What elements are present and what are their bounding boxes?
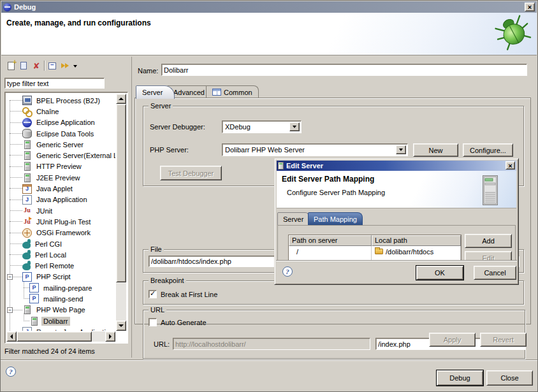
tree-item-cha-ne[interactable]: Chaîne [6,106,115,117]
new-page-icon [8,62,15,70]
scroll-left-arrow-icon[interactable] [6,331,17,342]
perl-icon [22,263,31,270]
tree-vertical-scrollbar[interactable] [116,94,126,331]
collapse-expander-icon[interactable] [7,307,13,313]
column-path-on-server[interactable]: Path on server [289,235,372,246]
close-button[interactable]: Close [486,370,533,386]
path-on-server-cell: / [289,246,372,257]
tree-item-label: Java Applet [34,184,75,193]
chevron-down-icon[interactable] [396,145,406,154]
server-icon [24,162,31,171]
window-titlebar[interactable]: Debug × [1,1,537,13]
tree-item-php-script[interactable]: PHP Script [6,272,115,282]
copy-icon [20,62,27,69]
tree-item-label: OSGi Framework [34,228,92,237]
php-server-select[interactable]: Dolibarr PHP Web Server [222,143,408,156]
help-icon[interactable]: ? [6,367,16,377]
configure-server-button[interactable]: Configure... [463,143,513,157]
configurations-sidebar: ✘ BPEL Process (B2J)ChaîneEclipse Applic… [3,57,131,358]
scroll-up-arrow-icon[interactable] [116,94,126,104]
dialog-title: Edit Server [286,162,323,170]
vertical-scroll-thumb[interactable] [116,104,126,282]
tree-item-j2ee-preview[interactable]: J2EE Preview [6,172,115,183]
auto-generate-checkbox[interactable] [149,318,157,326]
tree-item-label: Dolibarr [41,317,70,326]
tree-item-java-application[interactable]: Java Application [6,194,115,205]
tree-item-label: Perl CGI [33,240,64,249]
tree-item-perl-cgi[interactable]: Perl CGI [6,238,115,249]
debug-configurations-window: Debug × Create, manage, and run configur… [0,0,538,392]
tree-item-perl-local[interactable]: Perl Local [6,249,115,260]
mapping-row[interactable]: //dolibarr/htdocs [289,246,461,257]
tree-rows: BPEL Process (B2J)ChaîneEclipse Applicat… [6,95,115,331]
tree-item-perl-remote[interactable]: Perl Remote [6,260,115,271]
tree-item-mailing-prepare[interactable]: mailing-prepare [6,282,115,293]
duplicate-configuration-button[interactable] [18,60,29,71]
new-server-button[interactable]: New [413,143,458,157]
php-icon [29,283,39,293]
header-banner: Create, manage, and run configurations [1,13,537,55]
tree-item-java-applet[interactable]: Java Applet [6,183,115,194]
dialog-tab-server[interactable]: Server [277,212,309,225]
path-mapping-table[interactable]: Path on server Local path //dolibarr/htd… [288,235,462,261]
server-icon [24,305,31,314]
bpel-icon [22,96,32,105]
tab-label: Path Mapping [314,215,357,223]
revert-button: Revert [480,333,527,347]
tree-item-dolibarr[interactable]: Dolibarr [6,316,115,326]
scroll-right-arrow-icon[interactable] [105,331,115,342]
break-first-line-checkbox[interactable] [149,290,157,298]
toolbar-separator [44,61,45,71]
toolbar-menu-button[interactable] [72,60,78,71]
tree-item-eclipse-application[interactable]: Eclipse Application [6,117,115,128]
tree-item-label: Perl Local [33,250,68,259]
tree-item-junit[interactable]: JUnit [6,205,115,216]
debug-button[interactable]: Debug [437,370,483,386]
dialog-help-icon[interactable]: ? [282,266,293,277]
tree-item-label: Chaîne [34,107,61,116]
tree-item-label: Remote Java Application [34,328,115,331]
tab-server[interactable]: Server [136,85,175,99]
tree-item-bpel-process-b2j[interactable]: BPEL Process (B2J) [6,95,115,106]
tree-item-eclipse-data-tools[interactable]: Eclipse Data Tools [6,128,115,139]
php-server-value: Dolibarr PHP Web Server [225,146,305,154]
tree-item-generic-server[interactable]: Generic Server [6,139,115,150]
tree-item-mailing-send[interactable]: mailing-send [6,293,115,304]
server-debugger-select[interactable]: XDebug [222,120,302,133]
ok-button[interactable]: OK [416,266,463,280]
tree-item-label: J2EE Preview [34,173,82,182]
new-configuration-button[interactable] [5,60,17,71]
dialog-titlebar[interactable]: Edit Server × [277,161,516,171]
tree-item-remote-java-application[interactable]: Remote Java Application [6,326,115,331]
column-local-path[interactable]: Local path [372,235,461,246]
tree-horizontal-scrollbar[interactable] [6,331,115,342]
collapse-all-button[interactable] [47,60,58,71]
tree-item-generic-server-external-la[interactable]: Generic Server(External La [6,150,115,161]
scroll-down-arrow-icon[interactable] [116,321,126,331]
filter-button[interactable] [59,60,71,71]
collapse-expander-icon[interactable] [7,274,13,280]
add-mapping-button[interactable]: Add [465,234,512,248]
tree-item-junit-plug-in-test[interactable]: JUnit Plug-in Test [6,216,115,227]
cancel-button[interactable]: Cancel [474,266,516,280]
dialog-tab-path-mapping[interactable]: Path Mapping [308,212,363,225]
php-icon [22,272,32,282]
chevron-down-icon[interactable] [289,122,300,131]
tree-item-php-web-page[interactable]: PHP Web Page [6,305,115,316]
local-path-text: /dolibarr/htdocs [386,248,433,256]
dialog-footer: ? OK Cancel [276,260,517,283]
tree-item-label: JUnit Plug-in Test [34,217,92,226]
test-debugger-button: Test Debugger [160,166,222,180]
sidebar-toolbar: ✘ [3,59,131,73]
tab-common[interactable]: Common [206,85,259,98]
panel-divider[interactable] [131,57,132,358]
tree-item-http-preview[interactable]: HTTP Preview [6,161,115,172]
filter-input[interactable] [4,78,105,89]
name-input[interactable] [161,64,527,76]
delete-configuration-button[interactable]: ✘ [31,60,42,71]
horizontal-scroll-thumb[interactable] [17,331,92,342]
tree-item-osgi-framework[interactable]: OSGi Framework [6,228,115,238]
window-close-button[interactable]: × [525,3,535,11]
dialog-close-button[interactable]: × [505,161,515,170]
server-icon [31,317,38,326]
